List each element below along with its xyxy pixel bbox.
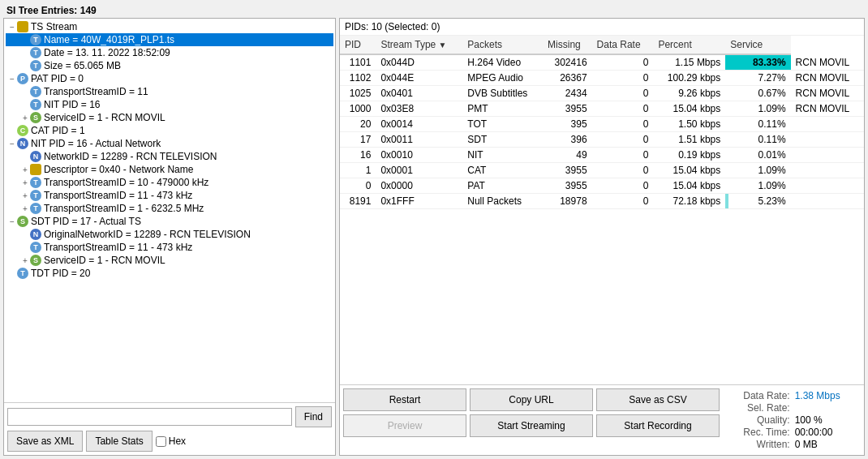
tree-item-text: Name = 40W_4019R_PLP1.ts bbox=[44, 34, 174, 45]
data-rate-value: 1.38 Mbps bbox=[795, 390, 856, 401]
save-as-csv-button[interactable]: Save as CSV bbox=[596, 388, 720, 411]
tree-item-text: PAT PID = 0 bbox=[31, 73, 84, 84]
column-header-stream-type[interactable]: Stream Type ▼ bbox=[376, 36, 462, 54]
expand-icon[interactable]: + bbox=[20, 191, 30, 200]
missing-cell: 0 bbox=[592, 54, 654, 71]
hex-cell: 0x044D bbox=[376, 54, 462, 71]
tree-item[interactable]: +SServiceID = 1 - RCN MOVIL bbox=[6, 254, 333, 267]
find-button[interactable]: Find bbox=[295, 406, 332, 427]
badge-icon: C bbox=[17, 125, 28, 136]
service-cell bbox=[791, 148, 864, 163]
table-row[interactable]: 81910x1FFFNull Packets18978072.18 kbps5.… bbox=[340, 194, 864, 209]
packets-cell: 18978 bbox=[543, 194, 591, 209]
search-input[interactable] bbox=[7, 408, 292, 426]
expand-icon[interactable]: + bbox=[20, 256, 30, 265]
table-row[interactable]: 11020x044EMPEG Audio263670100.29 kbps7.2… bbox=[340, 71, 864, 86]
missing-cell: 0 bbox=[592, 163, 654, 178]
column-header-data-rate[interactable]: Data Rate bbox=[592, 36, 654, 54]
stream-type-cell: Null Packets bbox=[462, 194, 543, 209]
column-header-percent[interactable]: Percent bbox=[653, 36, 725, 54]
tree-item[interactable]: +SServiceID = 1 - RCN MOVIL bbox=[6, 111, 333, 124]
tree-item[interactable]: TTransportStreamID = 11 - 473 kHz bbox=[6, 241, 333, 254]
data-rate-label: Data Rate: bbox=[728, 390, 790, 401]
table-row[interactable]: 11010x044DH.264 Video30241601.15 Mbps83.… bbox=[340, 54, 864, 71]
expand-icon[interactable]: + bbox=[20, 114, 30, 122]
right-title: PIDs: 10 (Selected: 0) bbox=[340, 19, 864, 36]
table-row[interactable]: 160x0010NIT4900.19 kbps0.01% bbox=[340, 148, 864, 163]
stream-type-cell: PMT bbox=[462, 101, 543, 117]
left-bottom: Find Save as XML Table Stats Hex bbox=[4, 402, 335, 455]
table-row[interactable]: 200x0014TOT39501.50 kbps0.11% bbox=[340, 117, 864, 132]
tree-item[interactable]: −SSDT PID = 17 - Actual TS bbox=[6, 215, 333, 228]
right-panel: PIDs: 10 (Selected: 0) PIDStream Type ▼P… bbox=[339, 18, 865, 456]
tree-item[interactable]: −PPAT PID = 0 bbox=[6, 72, 333, 85]
table-stats-button[interactable]: Table Stats bbox=[86, 431, 152, 452]
tree-item[interactable]: TTransportStreamID = 11 bbox=[6, 85, 333, 98]
tree-item[interactable]: −NNIT PID = 16 - Actual Network bbox=[6, 137, 333, 150]
missing-cell: 0 bbox=[592, 178, 654, 194]
copy-url-button[interactable]: Copy URL bbox=[470, 388, 593, 411]
tree-item[interactable]: TNIT PID = 16 bbox=[6, 98, 333, 111]
tree-item-text: OriginalNetworkID = 12289 - RCN TELEVISI… bbox=[44, 229, 251, 240]
restart-button[interactable]: Restart bbox=[343, 388, 466, 411]
expand-icon[interactable]: + bbox=[20, 204, 30, 213]
table-row[interactable]: 10250x0401DVB Subtitles243409.26 kbps0.6… bbox=[340, 86, 864, 101]
hex-cell: 0x0000 bbox=[376, 178, 462, 194]
missing-cell: 0 bbox=[592, 132, 654, 148]
tree-item[interactable]: +TTransportStreamID = 1 - 6232.5 MHz bbox=[6, 202, 333, 215]
tree-item-text: TransportStreamID = 1 - 6232.5 MHz bbox=[44, 203, 204, 214]
hex-checkbox-label[interactable]: Hex bbox=[156, 435, 186, 447]
table-row[interactable]: 10x0001CAT3955015.04 kbps1.09% bbox=[340, 163, 864, 178]
data-rate-cell: 15.04 kbps bbox=[653, 178, 725, 194]
hex-checkbox[interactable] bbox=[156, 436, 166, 447]
tree-item[interactable]: NOriginalNetworkID = 12289 - RCN TELEVIS… bbox=[6, 228, 333, 241]
col-label: Percent bbox=[658, 39, 691, 50]
packets-cell: 3955 bbox=[543, 163, 591, 178]
tree-item[interactable]: +Descriptor = 0x40 - Network Name bbox=[6, 163, 333, 176]
column-header-missing[interactable]: Missing bbox=[543, 36, 591, 54]
tree-item[interactable]: CCAT PID = 1 bbox=[6, 124, 333, 137]
tree-item[interactable]: TDate = 13. 11. 2022 18:52:09 bbox=[6, 46, 333, 59]
stream-type-cell: DVB Subtitles bbox=[462, 86, 543, 101]
hex-cell: 0x0011 bbox=[376, 132, 462, 148]
start-streaming-button[interactable]: Start Streaming bbox=[470, 414, 593, 437]
percent-value: 1.09% bbox=[758, 165, 786, 176]
service-cell bbox=[791, 117, 864, 132]
tree-item[interactable]: +TTransportStreamID = 11 - 473 kHz bbox=[6, 189, 333, 202]
table-row[interactable]: 10000x03E8PMT3955015.04 kbps1.09%RCN MOV… bbox=[340, 101, 864, 117]
column-header-pid[interactable]: PID bbox=[340, 36, 376, 54]
tree-item[interactable]: TName = 40W_4019R_PLP1.ts bbox=[6, 33, 333, 46]
table-row[interactable]: 00x0000PAT3955015.04 kbps1.09% bbox=[340, 178, 864, 194]
tree-item[interactable]: +TTransportStreamID = 10 - 479000 kHz bbox=[6, 176, 333, 189]
service-cell bbox=[791, 163, 864, 178]
data-rate-cell: 1.51 kbps bbox=[653, 132, 725, 148]
percent-value: 7.27% bbox=[758, 72, 786, 84]
column-header-service[interactable]: Service bbox=[725, 36, 790, 54]
tree-container[interactable]: −TS Stream TName = 40W_4019R_PLP1.ts TDa… bbox=[4, 19, 335, 402]
service-cell bbox=[791, 178, 864, 194]
data-rate-cell: 1.50 kbps bbox=[653, 117, 725, 132]
save-xml-button[interactable]: Save as XML bbox=[7, 431, 83, 452]
expand-icon[interactable]: − bbox=[7, 23, 17, 32]
action-row: Save as XML Table Stats Hex bbox=[7, 431, 332, 452]
expand-icon[interactable]: − bbox=[7, 75, 17, 84]
column-header-packets[interactable]: Packets bbox=[462, 36, 543, 54]
table-container[interactable]: PIDStream Type ▼PacketsMissingData RateP… bbox=[340, 36, 864, 384]
preview-button[interactable]: Preview bbox=[343, 414, 466, 437]
tree-item[interactable]: TSize = 65.065 MB bbox=[6, 59, 333, 72]
expand-icon[interactable]: − bbox=[7, 217, 17, 226]
table-row[interactable]: 170x0011SDT39601.51 kbps0.11% bbox=[340, 132, 864, 148]
tree-item-text: NetworkID = 12289 - RCN TELEVISION bbox=[44, 151, 217, 162]
tree-item[interactable]: NNetworkID = 12289 - RCN TELEVISION bbox=[6, 150, 333, 163]
tree-item[interactable]: −TS Stream bbox=[6, 20, 333, 33]
right-buttons: Restart Copy URL Save as CSV Preview Sta… bbox=[343, 388, 720, 452]
start-recording-button[interactable]: Start Recording bbox=[596, 414, 720, 437]
tree-item[interactable]: TTDT PID = 20 bbox=[6, 267, 333, 280]
hex-label: Hex bbox=[169, 435, 186, 447]
expand-icon[interactable]: − bbox=[7, 139, 17, 148]
stream-type-cell: PAT bbox=[462, 178, 543, 194]
expand-icon[interactable]: + bbox=[20, 178, 30, 187]
badge-icon: S bbox=[17, 216, 28, 227]
expand-icon[interactable]: + bbox=[20, 165, 30, 174]
hex-cell: 0x1FFF bbox=[376, 194, 462, 209]
